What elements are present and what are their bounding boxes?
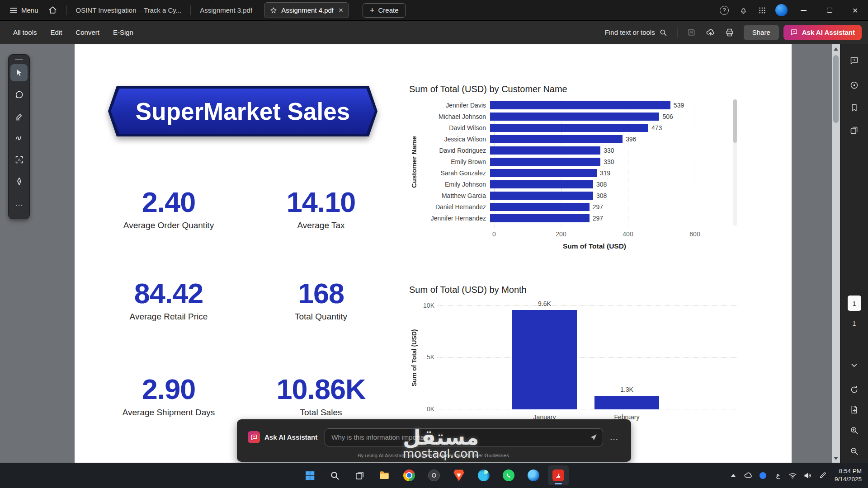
ask-ai-assistant-button[interactable]: Ask AI Assistant (783, 25, 862, 40)
ai-assistant-panel-button[interactable] (846, 52, 863, 69)
highlight-tool-button[interactable] (10, 108, 28, 125)
zoom-in-button[interactable] (846, 422, 863, 438)
create-button[interactable]: + Create (363, 3, 406, 18)
apps-button[interactable] (753, 0, 772, 20)
select-tool-button[interactable] (10, 64, 28, 81)
drag-handle[interactable] (15, 59, 23, 60)
minimize-button[interactable] (791, 0, 816, 20)
esign-menu[interactable]: E-Sign (106, 24, 140, 40)
kpi-label: Total Sales (244, 408, 398, 418)
add-text-icon: A (14, 155, 24, 164)
tray-overflow-button[interactable] (726, 466, 740, 484)
export-pdf-button[interactable] (846, 401, 863, 418)
scroll-down-button[interactable] (832, 454, 840, 463)
right-rail: 1 1 (840, 44, 868, 463)
find-button[interactable]: Find text or tools (599, 28, 673, 37)
bar-row: David Wilson473 (409, 122, 733, 133)
pen-nib-icon (14, 177, 24, 186)
rotate-page-button[interactable] (846, 381, 863, 398)
bar-track: 297 (490, 203, 691, 211)
close-tab-icon[interactable]: × (339, 6, 343, 14)
guidelines-link[interactable]: Generative AI User Guidelines. (439, 453, 510, 458)
acrobat-button[interactable] (548, 465, 569, 485)
value-label: 506 (662, 113, 673, 120)
clock[interactable]: 8:54 PM 9/14/2025 (835, 467, 862, 483)
whatsapp-button[interactable] (498, 465, 519, 485)
task-view-icon (354, 470, 365, 481)
scroll-up-button[interactable] (832, 44, 840, 53)
home-button[interactable] (44, 0, 62, 20)
banner-title: SuperMarket Sales (136, 98, 350, 125)
blue-dot-icon (760, 472, 766, 479)
comment-tool-button[interactable] (10, 86, 28, 103)
titlebar-left: Menu OSINT Investigation – Track a Cy...… (0, 0, 406, 20)
plus-icon: + (370, 6, 375, 14)
menu-button[interactable]: Menu (5, 0, 44, 20)
document-scrollbar[interactable] (832, 44, 840, 463)
convert-menu[interactable]: Convert (69, 24, 106, 40)
attachments-panel-button[interactable] (846, 122, 863, 138)
draw-squiggle-icon (14, 133, 24, 143)
search-icon (330, 470, 340, 481)
category-label: Emily Johnson (409, 181, 490, 188)
draw-tool-button[interactable] (10, 129, 28, 146)
chrome-button[interactable] (399, 465, 420, 485)
bluetooth-tray-button[interactable] (756, 466, 770, 484)
volume-button[interactable] (801, 466, 815, 484)
ai-more-options-button[interactable]: … (608, 432, 620, 442)
save-icon (687, 28, 696, 37)
upload-cloud-button[interactable] (701, 23, 720, 42)
add-text-tool-button[interactable]: A (10, 151, 28, 168)
wifi-button[interactable] (786, 466, 800, 484)
save-button[interactable] (682, 23, 701, 42)
notifications-button[interactable] (734, 0, 753, 20)
tab-osint-investigation[interactable]: OSINT Investigation – Track a Cy... (71, 6, 186, 14)
edit-menu[interactable]: Edit (44, 24, 69, 40)
scrollbar-thumb[interactable] (833, 55, 839, 123)
bar (490, 203, 590, 211)
share-button[interactable]: Share (744, 25, 779, 40)
bar-track: 308 (490, 192, 691, 200)
value-label: 319 (600, 169, 610, 177)
close-window-button[interactable]: × (842, 0, 868, 20)
all-tools-menu[interactable]: All tools (6, 24, 44, 40)
file-explorer-button[interactable] (374, 465, 395, 485)
taskbar-search-button[interactable] (324, 465, 345, 485)
help-button[interactable]: ? (715, 0, 734, 20)
cloud-icon (744, 471, 753, 480)
start-button[interactable] (299, 465, 320, 485)
page-number-box[interactable]: 1 (848, 296, 861, 311)
refresh-icon (849, 385, 859, 394)
fill-sign-tool-button[interactable] (10, 173, 28, 190)
bar (490, 124, 648, 132)
search-panel-button[interactable] (846, 77, 863, 93)
account-button[interactable] (772, 0, 791, 20)
bar-row: Jennifer Hernandez297 (409, 212, 733, 224)
divider (66, 5, 67, 15)
edge-button[interactable] (473, 465, 494, 485)
maximize-button[interactable] (816, 0, 842, 20)
send-icon[interactable] (587, 431, 600, 444)
bar-row: Daniel Hernandez297 (409, 201, 733, 212)
brave-button[interactable] (448, 465, 469, 485)
task-view-button[interactable] (349, 465, 370, 485)
bar (490, 158, 600, 166)
language-indicator[interactable]: ع (771, 466, 785, 484)
ai-prompt-input[interactable] (325, 428, 603, 446)
zoom-out-button[interactable] (846, 443, 863, 459)
tab-assignment-3[interactable]: Assignment 3.pdf (195, 6, 257, 14)
triangle-up-icon (834, 47, 838, 51)
chromium-button[interactable] (523, 465, 544, 485)
document-arrow-icon (849, 405, 859, 414)
bookmarks-panel-button[interactable] (846, 99, 863, 116)
onedrive-button[interactable] (741, 466, 755, 484)
more-tools-button[interactable]: … (10, 194, 28, 211)
dark-circle-app-button[interactable] (424, 465, 444, 485)
zoom-in-icon (849, 426, 859, 435)
tab-assignment-4[interactable]: Assignment 4.pdf × (264, 2, 349, 18)
next-page-button[interactable] (846, 357, 863, 373)
print-button[interactable] (720, 23, 739, 42)
star-icon[interactable] (270, 7, 277, 14)
ai-assistant-icon (248, 431, 260, 443)
pen-button[interactable] (816, 466, 830, 484)
